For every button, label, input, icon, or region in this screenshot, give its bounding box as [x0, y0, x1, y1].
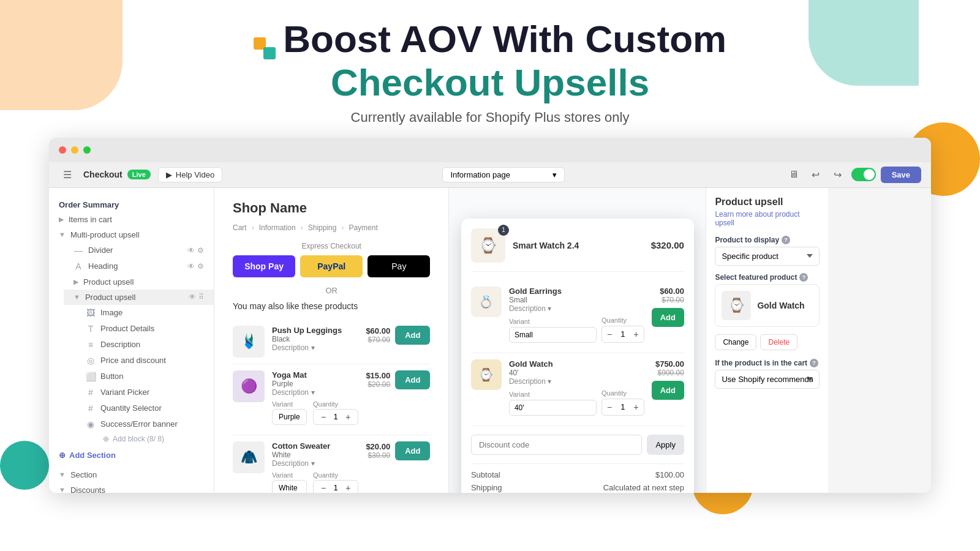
browser-dot-red[interactable]	[59, 146, 66, 154]
popup-qty-increase-earrings[interactable]: +	[628, 326, 643, 342]
heading-icon: A	[74, 261, 83, 271]
breadcrumb-information[interactable]: Information	[259, 223, 296, 232]
sidebar-item-items-in-cart[interactable]: ▶ Items in cart	[49, 212, 214, 227]
multi-product-upsell-label: Multi-product upsell	[70, 230, 204, 239]
heading-label: Heading	[88, 261, 183, 271]
qty-increase-sweater[interactable]: +	[343, 483, 353, 493]
express-checkout-label: Express Checkout	[233, 242, 430, 250]
bg-shape-teal-left	[0, 441, 49, 490]
breadcrumb: Cart › Information › Shipping › Payment	[233, 223, 430, 232]
breadcrumb-shipping[interactable]: Shipping	[308, 223, 337, 232]
sidebar-item-discounts[interactable]: ▼ Discounts	[49, 482, 214, 493]
popup-qty-decrease-earrings[interactable]: −	[602, 326, 617, 342]
sidebar-item-heading[interactable]: A Heading 👁 ⚙	[64, 258, 214, 274]
price-discount-label: Price and discount	[100, 356, 204, 365]
change-button[interactable]: Change	[715, 334, 756, 350]
sidebar-item-product-upsell-1[interactable]: ▶ Product upsell	[64, 274, 214, 290]
express-checkout-section: Express Checkout Shop Pay PayPal Pay	[233, 242, 430, 277]
price-original-yoga-mat: $20.00	[366, 380, 390, 389]
sidebar-item-multi-product-upsell[interactable]: ▼ Multi-product upsell	[49, 227, 214, 242]
browser-dot-yellow[interactable]	[71, 146, 78, 154]
eye-icon[interactable]: 👁	[189, 293, 196, 301]
popup-prod-desc-earrings[interactable]: Description ▾	[509, 304, 644, 313]
eye-icon[interactable]: 👁	[187, 246, 195, 255]
sidebar-item-price-discount[interactable]: ◎ Price and discount	[76, 353, 214, 369]
breadcrumb-payment[interactable]: Payment	[349, 223, 377, 232]
undo-icon[interactable]: ↩	[807, 166, 824, 183]
learn-more-link[interactable]: Learn more about product upsell	[715, 210, 820, 227]
product-to-display-select[interactable]: Specific product	[715, 247, 820, 266]
popup-price-add-watch: $750.00 $900.00 Add	[652, 359, 684, 400]
url-select[interactable]: Information page ▾	[442, 167, 565, 182]
variant-select-sweater[interactable]: White	[272, 480, 307, 493]
sidebar-item-success-error[interactable]: ◉ Success/Error banner	[76, 416, 214, 432]
add-button-sweater[interactable]: Add	[395, 441, 430, 460]
qty-wrapper-sweater: Quantity − 1 +	[313, 471, 358, 493]
popup-qty-increase-watch[interactable]: +	[628, 399, 643, 415]
help-video-button[interactable]: ▶ Help Video	[158, 167, 222, 182]
discount-code-input[interactable]	[471, 435, 642, 455]
popup-qty-group-watch: Quantity − 1 +	[601, 389, 644, 416]
add-block-button[interactable]: ⊕ Add block (8/ 8)	[76, 432, 214, 446]
popup-qty-decrease-watch[interactable]: −	[602, 399, 617, 415]
add-section-button[interactable]: ⊕ Add Section	[49, 446, 214, 465]
qty-increase-yoga-mat[interactable]: +	[343, 412, 353, 422]
redo-icon[interactable]: ↪	[829, 166, 846, 183]
browser-dot-green[interactable]	[83, 146, 91, 154]
settings-icon[interactable]: ⚙	[197, 246, 204, 255]
settings-icon[interactable]: ⚙	[197, 262, 204, 271]
chevron-icon: ▼	[59, 486, 66, 493]
monitor-icon[interactable]: 🖥	[785, 166, 802, 183]
help-icon-2[interactable]: ?	[799, 273, 808, 282]
popup-add-button-earrings[interactable]: Add	[652, 308, 684, 327]
popup-prod-img-earrings: 💍	[471, 287, 502, 317]
paypal-button[interactable]: PayPal	[300, 255, 363, 277]
popup-prod-name-earrings: Gold Earrings	[509, 287, 644, 296]
save-button[interactable]: Save	[881, 167, 921, 183]
applepay-button[interactable]: Pay	[368, 255, 430, 277]
product-info-sweater: Cotton Sweater White Description ▾ Varia…	[272, 441, 358, 493]
shopify-pay-button[interactable]: Shop Pay	[233, 255, 295, 277]
popup-prod-img-watch: ⌚	[471, 359, 502, 390]
popup-variant-select-earrings[interactable]: Small	[509, 327, 597, 343]
sidebar-item-button[interactable]: ⬜ Button	[76, 369, 214, 384]
sidebar-item-divider[interactable]: — Divider 👁 ⚙	[64, 242, 214, 258]
product-desc-sweater[interactable]: Description ▾	[272, 459, 358, 468]
product-name-yoga-mat: Yoga Mat	[272, 370, 358, 380]
if-in-cart-select[interactable]: Use Shopify recommendation	[715, 370, 820, 389]
popup-variant-select-watch[interactable]: 40'	[509, 400, 597, 416]
product-desc-yoga-mat[interactable]: Description ▾	[272, 388, 358, 397]
popup-variant-group-earrings: Variant Small	[509, 318, 597, 343]
sidebar-item-variant-picker[interactable]: # Variant Picker	[76, 384, 214, 400]
product-row-yoga-mat: 🟣 Yoga Mat Purple Description ▾ Variant …	[233, 364, 430, 435]
price-current-yoga-mat: $15.00	[366, 371, 390, 380]
sidebar-toggle-icon[interactable]: ☰	[59, 166, 76, 183]
sidebar-item-section[interactable]: ▼ Section	[49, 467, 214, 482]
heading-actions: 👁 ⚙	[187, 262, 204, 271]
apply-discount-button[interactable]: Apply	[647, 435, 684, 455]
toggle-switch[interactable]	[851, 168, 876, 181]
sidebar-item-product-details[interactable]: T Product Details	[76, 321, 214, 337]
add-button-yoga-mat[interactable]: Add	[395, 370, 430, 389]
qty-decrease-yoga-mat[interactable]: −	[318, 412, 328, 422]
eye-icon[interactable]: 👁	[187, 262, 195, 271]
popup-prod-desc-watch[interactable]: Description ▾	[509, 377, 644, 386]
variant-select-yoga-mat[interactable]: Purple	[272, 409, 307, 425]
popup-add-button-watch[interactable]: Add	[652, 381, 684, 400]
sidebar-item-quantity-selector[interactable]: # Quantity Selector	[76, 400, 214, 416]
sidebar-item-product-upsell-2[interactable]: ▼ Product upsell 👁 ⠿	[64, 290, 214, 305]
product-desc-leggings[interactable]: Description ▾	[272, 343, 358, 352]
help-icon-3[interactable]: ?	[810, 359, 818, 367]
delete-button[interactable]: Delete	[760, 334, 797, 350]
sidebar-item-description[interactable]: ≡ Description	[76, 337, 214, 353]
popup-product-watch: ⌚ Gold Watch 40' Description ▾ Variant 4…	[471, 353, 684, 426]
qty-decrease-sweater[interactable]: −	[318, 483, 328, 493]
drag-icon[interactable]: ⠿	[198, 293, 204, 301]
help-icon[interactable]: ?	[782, 236, 790, 244]
chevron-icon: ▶	[74, 278, 78, 286]
breadcrumb-cart[interactable]: Cart	[233, 223, 247, 232]
product-img-yoga-mat: 🟣	[233, 370, 265, 402]
add-button-leggings[interactable]: Add	[395, 326, 430, 345]
sidebar-item-image[interactable]: 🖼 Image	[76, 305, 214, 321]
hero-title-text2: Checkout Upsells	[0, 62, 980, 103]
